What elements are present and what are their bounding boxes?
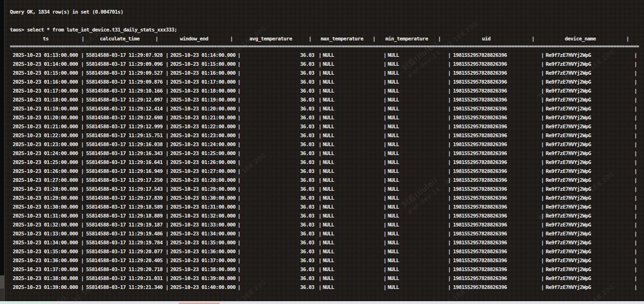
cell-min_temperature: NULL| xyxy=(386,86,451,95)
value-uid: 1981552957828826396 xyxy=(451,78,541,86)
value-ts: 2025-10-23 01:37:00.000 xyxy=(10,265,81,274)
header-cell-device_name: device_name| xyxy=(534,34,629,43)
value-avg_temperature: 36.03 xyxy=(240,211,318,220)
cell-window_end: 2025-10-23 01:40:00.000| xyxy=(168,283,240,292)
value-ts: 2025-10-23 01:39:00.000 xyxy=(10,283,81,292)
cell-device_name: Re9f7zE7HVYj2WpG| xyxy=(544,140,637,149)
cell-window_end: 2025-10-23 01:33:00.000| xyxy=(168,220,240,229)
cell-avg_temperature: 36.03| xyxy=(240,95,321,104)
value-window_end: 2025-10-23 01:16:00.000 xyxy=(168,69,238,78)
cell-min_temperature: NULL| xyxy=(386,95,451,104)
column-separator: | xyxy=(634,149,637,158)
table-body: 2025-10-23 01:13:00.000|55814588-03-17 1… xyxy=(10,51,644,292)
value-max_temperature: NULL xyxy=(321,274,383,283)
value-device_name: Re9f7zE7HVYj2WpG xyxy=(544,211,634,220)
column-separator: | xyxy=(634,131,637,140)
cell-min_temperature: NULL| xyxy=(386,220,451,229)
cell-ts: 2025-10-23 01:23:00.000| xyxy=(10,140,84,149)
cell-device_name: Re9f7zE7HVYj2WpG| xyxy=(544,149,637,158)
table-row: 2025-10-23 01:20:00.000|55814588-03-17 1… xyxy=(10,113,644,122)
cell-ts: 2025-10-23 01:29:00.000| xyxy=(10,194,84,203)
cell-max_temperature: NULL| xyxy=(321,265,386,274)
cell-avg_temperature: 36.03| xyxy=(240,247,321,256)
value-max_temperature: NULL xyxy=(321,203,383,211)
value-ts: 2025-10-23 01:14:00.000 xyxy=(10,60,81,69)
cell-min_temperature: NULL| xyxy=(386,203,451,211)
value-min_temperature: NULL xyxy=(386,283,448,292)
value-calculate_time: 55814588-03-17 11:29:17.250 xyxy=(84,176,166,185)
cell-window_end: 2025-10-23 01:24:00.000| xyxy=(168,140,240,149)
value-avg_temperature: 36.03 xyxy=(240,78,318,86)
prompt-command-line[interactable]: taos> select * from lute_iot_device.t31_… xyxy=(10,25,644,34)
table-row: 2025-10-23 01:14:00.000|55814588-03-17 1… xyxy=(10,60,644,69)
cell-min_temperature: NULL| xyxy=(386,283,451,292)
left-scrollbar-thumb[interactable] xyxy=(0,275,4,288)
cell-max_temperature: NULL| xyxy=(321,194,386,203)
value-min_temperature: NULL xyxy=(386,104,448,113)
cell-max_temperature: NULL| xyxy=(321,283,386,292)
value-device_name: Re9f7zE7HVYj2WpG xyxy=(544,69,634,78)
cell-min_temperature: NULL| xyxy=(386,69,451,78)
table-row: 2025-10-23 01:29:00.000|55814588-03-17 1… xyxy=(10,194,644,203)
value-uid: 1981552957828826396 xyxy=(451,256,541,265)
value-ts: 2025-10-23 01:16:00.000 xyxy=(10,78,81,86)
value-max_temperature: NULL xyxy=(321,149,383,158)
value-min_temperature: NULL xyxy=(386,158,448,167)
value-uid: 1981552957828826396 xyxy=(451,211,541,220)
value-uid: 1981552957828826396 xyxy=(451,95,541,104)
value-avg_temperature: 36.03 xyxy=(240,51,318,60)
column-separator: | xyxy=(634,283,637,292)
value-device_name: Re9f7zE7HVYj2WpG xyxy=(544,283,634,292)
cell-ts: 2025-10-23 01:30:00.000| xyxy=(10,203,84,211)
cell-ts: 2025-10-23 01:33:00.000| xyxy=(10,229,84,238)
value-ts: 2025-10-23 01:27:00.000 xyxy=(10,176,81,185)
value-calculate_time: 55814588-03-17 11:29:19.784 xyxy=(84,238,166,247)
value-calculate_time: 55814588-03-17 11:29:18.889 xyxy=(84,211,166,220)
cell-ts: 2025-10-23 01:17:00.000| xyxy=(10,86,84,95)
value-uid: 1981552957828826396 xyxy=(451,220,541,229)
header-label-min_temperature: min_temperature xyxy=(375,34,438,43)
cell-device_name: Re9f7zE7HVYj2WpG| xyxy=(544,247,637,256)
value-avg_temperature: 36.03 xyxy=(240,194,318,203)
value-min_temperature: NULL xyxy=(386,238,448,247)
cell-uid: 1981552957828826396| xyxy=(451,78,544,86)
cell-max_temperature: NULL| xyxy=(321,51,386,60)
cell-window_end: 2025-10-23 01:27:00.000| xyxy=(168,167,240,176)
cell-device_name: Re9f7zE7HVYj2WpG| xyxy=(544,158,637,167)
value-max_temperature: NULL xyxy=(321,283,383,292)
cell-window_end: 2025-10-23 01:29:00.000| xyxy=(168,185,240,194)
cell-calculate_time: 55814588-03-17 11:29:16.641| xyxy=(84,158,168,167)
value-device_name: Re9f7zE7HVYj2WpG xyxy=(544,238,634,247)
cell-min_temperature: NULL| xyxy=(386,113,451,122)
cell-max_temperature: NULL| xyxy=(321,167,386,176)
value-device_name: Re9f7zE7HVYj2WpG xyxy=(544,265,634,274)
cell-window_end: 2025-10-23 01:39:00.000| xyxy=(168,274,240,283)
cell-ts: 2025-10-23 01:18:00.000| xyxy=(10,95,84,104)
value-calculate_time: 55814588-03-17 11:29:19.187 xyxy=(84,220,166,229)
background-window-strip[interactable] xyxy=(0,301,644,304)
cell-avg_temperature: 36.03| xyxy=(240,78,321,86)
cell-avg_temperature: 36.03| xyxy=(240,167,321,176)
value-calculate_time: 55814588-03-17 11:29:07.928 xyxy=(84,51,166,60)
cell-calculate_time: 55814588-03-17 11:29:12.414| xyxy=(84,104,168,113)
cell-uid: 1981552957828826396| xyxy=(451,247,544,256)
table-row: 2025-10-23 01:28:00.000|55814588-03-17 1… xyxy=(10,185,644,194)
value-min_temperature: NULL xyxy=(386,211,448,220)
cell-calculate_time: 55814588-03-17 11:29:10.166| xyxy=(84,86,168,95)
value-min_temperature: NULL xyxy=(386,247,448,256)
value-ts: 2025-10-23 01:36:00.000 xyxy=(10,256,81,265)
cell-ts: 2025-10-23 01:13:00.000| xyxy=(10,51,84,60)
table-row: 2025-10-23 01:27:00.000|55814588-03-17 1… xyxy=(10,176,644,185)
value-uid: 1981552957828826396 xyxy=(451,60,541,69)
value-uid: 1981552957828826396 xyxy=(451,265,541,274)
value-max_temperature: NULL xyxy=(321,113,383,122)
value-calculate_time: 55814588-03-17 11:29:17.839 xyxy=(84,194,166,203)
cell-min_temperature: NULL| xyxy=(386,229,451,238)
terminal-window[interactable]: Query OK, 1834 row(s) in set (0.004701s)… xyxy=(5,0,644,301)
column-separator: | xyxy=(634,238,637,247)
cell-uid: 1981552957828826396| xyxy=(451,229,544,238)
cell-calculate_time: 55814588-03-17 11:29:17.839| xyxy=(84,194,168,203)
value-avg_temperature: 36.03 xyxy=(240,60,318,69)
header-label-uid: uid xyxy=(441,34,532,43)
value-uid: 1981552957828826396 xyxy=(451,194,541,203)
